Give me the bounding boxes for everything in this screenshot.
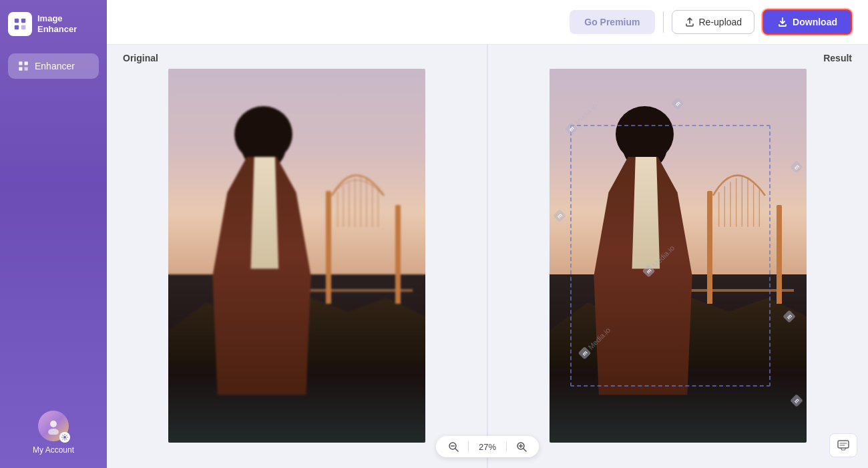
person [207, 118, 322, 398]
panels: Original [107, 45, 868, 468]
logo-area: Image Enhancer [0, 0, 107, 48]
gear-icon [59, 432, 70, 443]
svg-point-8 [50, 421, 57, 427]
feedback-button[interactable] [829, 433, 857, 457]
main-content: Go Premium Re-upload Download Original [107, 0, 868, 468]
svg-rect-6 [19, 67, 22, 71]
app-title: Image Enhancer [37, 13, 99, 34]
zoom-in-icon [516, 441, 527, 452]
sidebar-nav: Enhancer [0, 48, 107, 84]
reupload-button[interactable]: Re-upload [672, 10, 755, 34]
reupload-icon [684, 17, 695, 27]
svg-rect-34 [838, 441, 849, 448]
original-panel: Original [107, 45, 487, 468]
svg-rect-4 [19, 61, 22, 65]
header-divider [663, 11, 664, 33]
result-label: Result [807, 53, 868, 63]
download-icon [777, 17, 788, 27]
header: Go Premium Re-upload Download [107, 0, 868, 45]
enhancer-icon [17, 60, 29, 72]
zoom-divider [468, 441, 469, 452]
svg-line-31 [523, 449, 526, 451]
logo-icon [8, 12, 32, 36]
svg-rect-5 [25, 61, 28, 65]
zoom-percent: 27% [475, 442, 499, 452]
sidebar-item-enhancer[interactable]: Enhancer [8, 53, 99, 79]
feedback-icon [837, 439, 850, 452]
zoom-in-button[interactable] [513, 440, 529, 453]
svg-rect-1 [21, 19, 25, 23]
go-premium-button[interactable]: Go Premium [570, 10, 654, 34]
svg-line-28 [455, 449, 458, 451]
image-area: Original [107, 45, 868, 468]
account-label: My Account [33, 445, 74, 455]
svg-rect-0 [15, 19, 19, 23]
account-section: My Account [33, 411, 74, 455]
zoom-out-button[interactable] [445, 440, 461, 453]
result-image: m Media.io m m m [550, 69, 807, 443]
svg-rect-3 [21, 25, 25, 29]
result-panel: Result [488, 45, 868, 468]
original-image-container [107, 69, 487, 468]
avatar[interactable] [38, 411, 69, 441]
sidebar-item-enhancer-label: Enhancer [35, 61, 75, 71]
svg-rect-2 [15, 25, 19, 29]
zoom-out-icon [448, 441, 459, 452]
zoom-divider-2 [506, 441, 507, 452]
svg-point-9 [48, 429, 59, 435]
zoom-controls: 27% [436, 436, 539, 457]
svg-rect-7 [25, 67, 28, 71]
sidebar: Image Enhancer Enhancer [0, 0, 107, 468]
svg-point-10 [63, 436, 66, 439]
original-label: Original [107, 53, 158, 63]
original-image [168, 69, 425, 443]
result-person [588, 118, 704, 398]
result-image-container: m Media.io m m m [488, 69, 868, 468]
user-icon [45, 417, 62, 435]
download-button[interactable]: Download [763, 9, 852, 35]
